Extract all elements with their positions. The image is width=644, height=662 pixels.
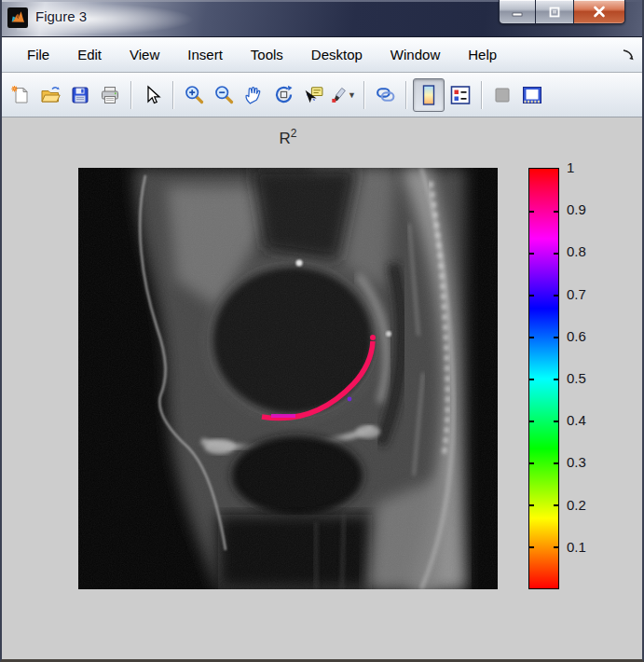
zoom-in-button[interactable]: [180, 80, 208, 110]
menu-tools[interactable]: Tools: [237, 43, 297, 66]
window-title: Figure 3: [35, 8, 87, 24]
dock-window-icon: [521, 84, 543, 106]
edit-plot-button[interactable]: [138, 80, 166, 110]
open-file-button[interactable]: [36, 80, 64, 110]
toolbar: ▼: [2, 73, 642, 117]
colorbar-label: 0.9: [567, 202, 608, 217]
figure-window: Figure 3 File Edit View: [0, 0, 644, 662]
menu-file[interactable]: File: [13, 43, 63, 66]
new-document-icon: [10, 85, 31, 105]
rotate-3d-icon: [273, 84, 295, 105]
insert-legend-button[interactable]: [446, 80, 474, 110]
hide-plot-tools-button: [488, 80, 516, 110]
colorbar: [528, 168, 559, 589]
insert-colorbar-button[interactable]: [413, 78, 445, 112]
zoom-out-button[interactable]: [210, 80, 238, 110]
toolbar-separator: [481, 81, 482, 109]
brush-data-button[interactable]: ▼: [329, 80, 357, 110]
toolbar-separator: [405, 81, 406, 109]
save-figure-button[interactable]: [66, 80, 94, 110]
zoom-out-icon: [213, 84, 235, 105]
axes-title-text: R: [280, 130, 291, 147]
toolbar-separator: [363, 81, 364, 109]
colorbar-icon: [418, 84, 439, 106]
legend-icon: [449, 84, 472, 106]
menu-view[interactable]: View: [116, 43, 173, 66]
colorbar-label: 0.5: [567, 371, 608, 386]
hand-icon: [243, 84, 265, 105]
colorbar-label: 0.7: [567, 287, 608, 302]
printer-icon: [100, 85, 120, 105]
brush-icon: [330, 85, 347, 105]
colorbar-label: 0.2: [567, 498, 608, 513]
menu-edit[interactable]: Edit: [63, 43, 116, 66]
matlab-logo-icon: [7, 7, 28, 28]
restore-button[interactable]: [536, 0, 573, 24]
colorbar-label: 0.1: [567, 540, 608, 555]
toolbar-separator: [130, 81, 131, 109]
brush-dropdown-caret-icon[interactable]: ▼: [348, 90, 356, 100]
curved-dock-arrow-icon[interactable]: [622, 48, 635, 61]
axes-title-superscript: 2: [291, 127, 297, 140]
colorbar-label: 0.4: [567, 413, 608, 428]
menu-help[interactable]: Help: [454, 43, 511, 66]
pan-button[interactable]: [240, 80, 267, 110]
mri-image[interactable]: [78, 168, 498, 589]
colorbar-label: 0.3: [567, 455, 608, 470]
toolbar-separator: [172, 81, 173, 109]
restore-icon: [548, 7, 561, 18]
show-plot-tools-dock-button[interactable]: [518, 80, 546, 110]
link-plot-button[interactable]: [371, 80, 399, 110]
save-floppy-icon: [70, 85, 90, 105]
new-figure-button[interactable]: [7, 80, 34, 110]
menu-desktop[interactable]: Desktop: [297, 43, 377, 66]
data-cursor-icon: [303, 84, 324, 105]
colorbar-label: 1: [567, 160, 608, 175]
data-cursor-button[interactable]: [299, 80, 327, 110]
close-icon: [592, 6, 607, 18]
axes-title: R2: [78, 127, 498, 148]
menu-insert[interactable]: Insert: [173, 43, 237, 66]
print-figure-button[interactable]: [96, 80, 124, 110]
menu-window[interactable]: Window: [377, 43, 454, 66]
minimize-button[interactable]: [499, 0, 536, 24]
title-bar[interactable]: Figure 3: [0, 0, 644, 37]
minimize-icon: [511, 7, 524, 18]
rotate-3d-button[interactable]: [269, 80, 297, 110]
close-button[interactable]: [573, 0, 625, 24]
colorbar-label: 0.8: [567, 244, 608, 259]
pointer-arrow-icon: [142, 85, 162, 105]
open-folder-icon: [40, 85, 62, 105]
figure-canvas: R2: [2, 117, 642, 659]
gray-square-icon: [492, 85, 513, 105]
zoom-in-icon: [184, 84, 205, 105]
link-icon: [375, 84, 396, 105]
colorbar-label: 0.6: [567, 329, 608, 344]
menu-bar: File Edit View Insert Tools Desktop Wind…: [2, 37, 642, 73]
